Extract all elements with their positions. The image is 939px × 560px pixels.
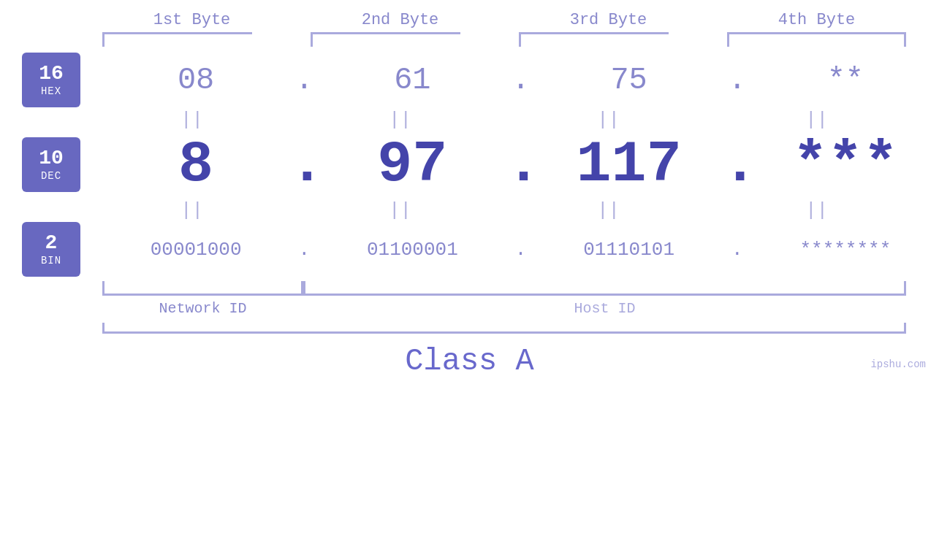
eq1-b1: || (102, 109, 281, 131)
dec-row: 10 DEC 8 . 97 . 117 . *** (0, 131, 939, 198)
hex-byte1: 08 (102, 63, 289, 98)
bin-row: 2 BIN 00001000 . 01100001 . 01110101 . (0, 222, 939, 277)
hex-badge: 16 HEX (22, 53, 80, 107)
bin-label-cell: 2 BIN (0, 222, 102, 277)
hex-label-cell: 16 HEX (0, 53, 102, 107)
dec-badge: 10 DEC (22, 137, 80, 192)
dec-dot3: . (723, 131, 752, 198)
byte3-header: 3rd Byte (519, 11, 698, 29)
eq1-b2: || (311, 109, 490, 131)
eq1-b4: || (727, 109, 906, 131)
eq2-b2: || (311, 199, 490, 222)
hex-dot1: . (289, 63, 319, 98)
host-bracket (303, 281, 906, 296)
network-id-label: Network ID (102, 300, 303, 317)
hex-dot2: . (506, 63, 536, 98)
bracket-byte3 (519, 32, 698, 47)
dec-dot1: . (289, 131, 319, 198)
hex-byte2: 61 (319, 63, 506, 98)
bin-dot3: . (723, 239, 752, 261)
byte2-header: 2nd Byte (311, 11, 490, 29)
hex-row: 16 HEX 08 . 61 . 75 . ** (0, 53, 939, 107)
main-layout: 1st Byte 2nd Byte 3rd Byte 4th Byte (0, 0, 939, 379)
bin-dot1: . (289, 239, 319, 261)
equals-row-2: || || || || (102, 199, 906, 222)
dec-dot2: . (506, 131, 536, 198)
bin-values: 00001000 . 01100001 . 01110101 . *******… (102, 239, 939, 261)
dec-byte4: *** (752, 131, 939, 198)
class-label: Class A (0, 344, 939, 379)
host-id-label: Host ID (303, 300, 906, 317)
bin-byte4: ******** (752, 239, 939, 261)
top-brackets (102, 32, 906, 47)
bin-dot2: . (506, 239, 536, 261)
eq2-b1: || (102, 199, 281, 222)
bracket-byte2 (311, 32, 490, 47)
hex-byte4: ** (752, 63, 939, 98)
eq1-b3: || (519, 109, 698, 131)
dec-values: 8 . 97 . 117 . *** (102, 131, 939, 198)
dec-byte2: 97 (319, 131, 506, 198)
hex-dot3: . (723, 63, 752, 98)
bracket-byte1 (102, 32, 281, 47)
bottom-brackets (102, 281, 906, 296)
eq2-b4: || (727, 199, 906, 222)
hex-values: 08 . 61 . 75 . ** (102, 63, 939, 98)
network-bracket (102, 281, 303, 296)
watermark: ipshu.com (870, 358, 926, 370)
byte-headers: 1st Byte 2nd Byte 3rd Byte 4th Byte (102, 11, 906, 29)
equals-row-1: || || || || (102, 109, 906, 131)
eq2-b3: || (519, 199, 698, 222)
hex-byte3: 75 (536, 63, 723, 98)
byte1-header: 1st Byte (102, 11, 281, 29)
bin-byte2: 01100001 (319, 239, 506, 261)
bin-byte1: 00001000 (102, 239, 289, 261)
dec-byte1: 8 (102, 131, 289, 198)
id-labels: Network ID Host ID (102, 300, 906, 317)
byte4-header: 4th Byte (727, 11, 906, 29)
bin-byte3: 01110101 (536, 239, 723, 261)
dec-label-cell: 10 DEC (0, 137, 102, 192)
full-bottom-bracket (102, 323, 906, 334)
bin-badge: 2 BIN (22, 222, 80, 277)
bracket-byte4 (727, 32, 906, 47)
dec-byte3: 117 (536, 131, 723, 198)
